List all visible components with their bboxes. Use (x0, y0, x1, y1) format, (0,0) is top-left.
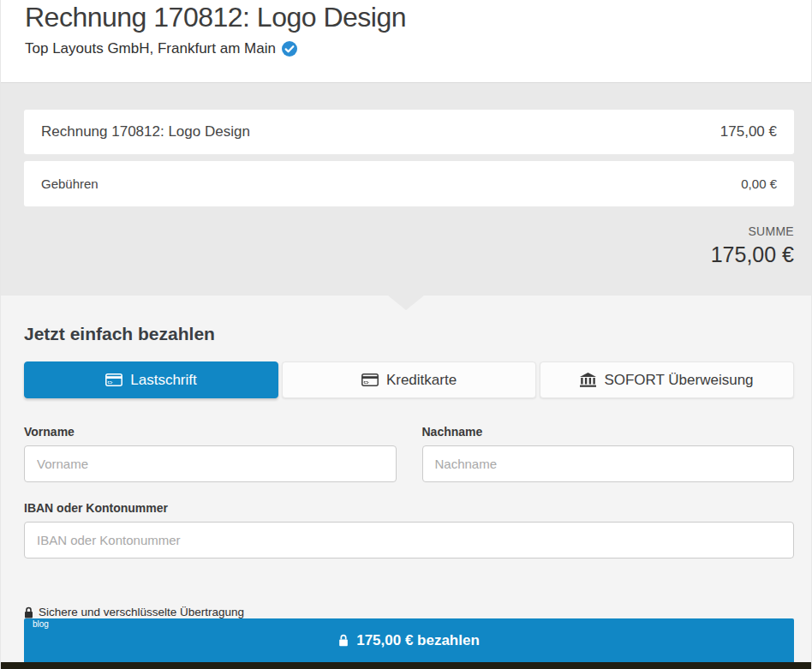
summary-total: SUMME 175,00 € (24, 224, 794, 267)
total-amount: 175,00 € (24, 242, 794, 267)
merchant-line: Top Layouts GmbH, Frankfurt am Main (25, 40, 794, 57)
method-tab-label: Kreditkarte (386, 372, 457, 389)
panel-notch (388, 296, 424, 310)
fees-line-amount: 0,00 € (741, 176, 777, 191)
merchant-name: Top Layouts GmbH, Frankfurt am Main (25, 40, 276, 57)
pay-button-label: 175,00 € bezahlen (356, 632, 480, 649)
iban-label: IBAN oder Kontonummer (24, 501, 794, 515)
method-tab-sofort-ueberweisung[interactable]: SOFORT Überweisung (540, 361, 794, 398)
nachname-field-group: Nachname (422, 425, 795, 482)
invoice-line-label: Rechnung 170812: Logo Design (41, 123, 250, 140)
nachname-input[interactable] (422, 445, 795, 482)
secure-transfer-text: Sichere und verschlüsselte Übertragung (39, 606, 244, 618)
blog-tag: blog (33, 619, 49, 629)
name-fields-row: Vorname Nachname (24, 425, 794, 482)
bank-icon (580, 373, 596, 387)
iban-input[interactable] (24, 522, 794, 558)
credit-card-icon (361, 373, 379, 386)
secure-transfer-note: Sichere und verschlüsselte Übertragung (24, 606, 794, 618)
iban-field-group: IBAN oder Kontonummer (24, 501, 794, 598)
lock-icon (24, 606, 33, 618)
payment-panel: Jetzt einfach bezahlen Lastschrift (1, 296, 811, 662)
lock-icon (338, 634, 349, 647)
method-tab-lastschrift[interactable]: Lastschrift (24, 361, 278, 398)
page-header: Rechnung 170812: Logo Design Top Layouts… (1, 0, 811, 83)
fees-line-label: Gebühren (41, 176, 99, 191)
method-tab-label: Lastschrift (130, 372, 196, 389)
vorname-field-group: Vorname (24, 425, 397, 482)
bottom-strip (1, 662, 811, 669)
payment-heading: Jetzt einfach bezahlen (24, 324, 794, 344)
invoice-summary: Rechnung 170812: Logo Design 175,00 € Ge… (1, 83, 811, 296)
fees-line-item: Gebühren 0,00 € (24, 161, 794, 206)
credit-card-icon (105, 373, 122, 386)
vorname-input[interactable] (24, 445, 397, 482)
nachname-label: Nachname (422, 425, 795, 439)
verified-badge-icon (282, 41, 297, 57)
total-label: SUMME (24, 224, 794, 238)
invoice-payment-page: Rechnung 170812: Logo Design Top Layouts… (0, 0, 812, 669)
method-tab-label: SOFORT Überweisung (604, 372, 753, 389)
vorname-label: Vorname (24, 425, 397, 439)
payment-method-tabs: Lastschrift Kreditkarte (24, 361, 794, 398)
method-tab-kreditkarte[interactable]: Kreditkarte (282, 361, 536, 398)
invoice-line-item: Rechnung 170812: Logo Design 175,00 € (24, 110, 794, 154)
page-title: Rechnung 170812: Logo Design (25, 0, 794, 34)
invoice-line-amount: 175,00 € (720, 123, 777, 140)
pay-button[interactable]: blog 175,00 € bezahlen (24, 618, 794, 662)
